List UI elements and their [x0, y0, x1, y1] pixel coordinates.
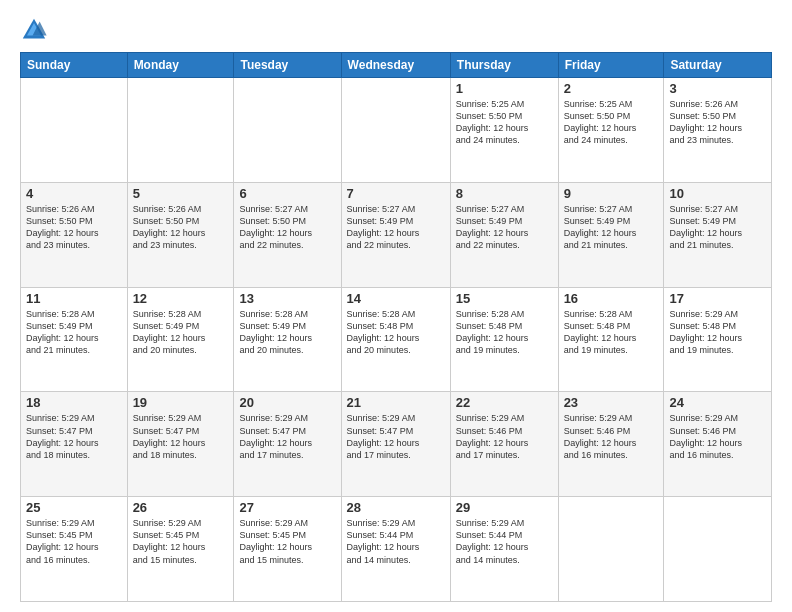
day-number: 21 — [347, 395, 445, 410]
day-number: 3 — [669, 81, 766, 96]
calendar-cell: 28Sunrise: 5:29 AM Sunset: 5:44 PM Dayli… — [341, 497, 450, 602]
day-number: 11 — [26, 291, 122, 306]
day-info: Sunrise: 5:27 AM Sunset: 5:50 PM Dayligh… — [239, 203, 335, 252]
calendar-cell — [234, 78, 341, 183]
page: SundayMondayTuesdayWednesdayThursdayFrid… — [0, 0, 792, 612]
calendar-cell: 19Sunrise: 5:29 AM Sunset: 5:47 PM Dayli… — [127, 392, 234, 497]
day-number: 19 — [133, 395, 229, 410]
day-number: 1 — [456, 81, 553, 96]
header-row: SundayMondayTuesdayWednesdayThursdayFrid… — [21, 53, 772, 78]
logo — [20, 16, 52, 44]
calendar-cell: 22Sunrise: 5:29 AM Sunset: 5:46 PM Dayli… — [450, 392, 558, 497]
calendar-cell: 5Sunrise: 5:26 AM Sunset: 5:50 PM Daylig… — [127, 182, 234, 287]
day-info: Sunrise: 5:27 AM Sunset: 5:49 PM Dayligh… — [669, 203, 766, 252]
calendar-cell: 3Sunrise: 5:26 AM Sunset: 5:50 PM Daylig… — [664, 78, 772, 183]
calendar-cell: 16Sunrise: 5:28 AM Sunset: 5:48 PM Dayli… — [558, 287, 664, 392]
day-info: Sunrise: 5:25 AM Sunset: 5:50 PM Dayligh… — [564, 98, 659, 147]
day-number: 4 — [26, 186, 122, 201]
day-number: 8 — [456, 186, 553, 201]
calendar-cell: 29Sunrise: 5:29 AM Sunset: 5:44 PM Dayli… — [450, 497, 558, 602]
day-number: 22 — [456, 395, 553, 410]
calendar-cell — [127, 78, 234, 183]
day-info: Sunrise: 5:29 AM Sunset: 5:47 PM Dayligh… — [239, 412, 335, 461]
calendar-cell: 9Sunrise: 5:27 AM Sunset: 5:49 PM Daylig… — [558, 182, 664, 287]
calendar-cell — [664, 497, 772, 602]
day-number: 9 — [564, 186, 659, 201]
day-header-saturday: Saturday — [664, 53, 772, 78]
calendar-cell: 21Sunrise: 5:29 AM Sunset: 5:47 PM Dayli… — [341, 392, 450, 497]
calendar-cell: 15Sunrise: 5:28 AM Sunset: 5:48 PM Dayli… — [450, 287, 558, 392]
day-number: 24 — [669, 395, 766, 410]
day-info: Sunrise: 5:28 AM Sunset: 5:48 PM Dayligh… — [456, 308, 553, 357]
day-number: 5 — [133, 186, 229, 201]
day-number: 2 — [564, 81, 659, 96]
day-number: 20 — [239, 395, 335, 410]
day-number: 25 — [26, 500, 122, 515]
calendar-cell: 10Sunrise: 5:27 AM Sunset: 5:49 PM Dayli… — [664, 182, 772, 287]
day-info: Sunrise: 5:29 AM Sunset: 5:44 PM Dayligh… — [456, 517, 553, 566]
day-info: Sunrise: 5:29 AM Sunset: 5:45 PM Dayligh… — [26, 517, 122, 566]
day-number: 16 — [564, 291, 659, 306]
calendar-cell: 27Sunrise: 5:29 AM Sunset: 5:45 PM Dayli… — [234, 497, 341, 602]
calendar-cell: 18Sunrise: 5:29 AM Sunset: 5:47 PM Dayli… — [21, 392, 128, 497]
day-header-tuesday: Tuesday — [234, 53, 341, 78]
calendar-cell: 4Sunrise: 5:26 AM Sunset: 5:50 PM Daylig… — [21, 182, 128, 287]
day-info: Sunrise: 5:29 AM Sunset: 5:47 PM Dayligh… — [347, 412, 445, 461]
day-info: Sunrise: 5:28 AM Sunset: 5:49 PM Dayligh… — [26, 308, 122, 357]
calendar-cell: 24Sunrise: 5:29 AM Sunset: 5:46 PM Dayli… — [664, 392, 772, 497]
calendar-cell: 13Sunrise: 5:28 AM Sunset: 5:49 PM Dayli… — [234, 287, 341, 392]
calendar-cell — [21, 78, 128, 183]
day-number: 28 — [347, 500, 445, 515]
logo-icon — [20, 16, 48, 44]
day-info: Sunrise: 5:26 AM Sunset: 5:50 PM Dayligh… — [669, 98, 766, 147]
calendar-cell: 17Sunrise: 5:29 AM Sunset: 5:48 PM Dayli… — [664, 287, 772, 392]
calendar-cell: 14Sunrise: 5:28 AM Sunset: 5:48 PM Dayli… — [341, 287, 450, 392]
day-header-friday: Friday — [558, 53, 664, 78]
day-info: Sunrise: 5:27 AM Sunset: 5:49 PM Dayligh… — [347, 203, 445, 252]
calendar-cell — [341, 78, 450, 183]
week-row-3: 11Sunrise: 5:28 AM Sunset: 5:49 PM Dayli… — [21, 287, 772, 392]
day-info: Sunrise: 5:29 AM Sunset: 5:47 PM Dayligh… — [133, 412, 229, 461]
calendar-cell: 8Sunrise: 5:27 AM Sunset: 5:49 PM Daylig… — [450, 182, 558, 287]
calendar-cell: 12Sunrise: 5:28 AM Sunset: 5:49 PM Dayli… — [127, 287, 234, 392]
day-number: 15 — [456, 291, 553, 306]
day-info: Sunrise: 5:26 AM Sunset: 5:50 PM Dayligh… — [133, 203, 229, 252]
day-info: Sunrise: 5:27 AM Sunset: 5:49 PM Dayligh… — [564, 203, 659, 252]
day-header-wednesday: Wednesday — [341, 53, 450, 78]
day-number: 13 — [239, 291, 335, 306]
day-number: 6 — [239, 186, 335, 201]
calendar-cell: 23Sunrise: 5:29 AM Sunset: 5:46 PM Dayli… — [558, 392, 664, 497]
day-info: Sunrise: 5:28 AM Sunset: 5:49 PM Dayligh… — [133, 308, 229, 357]
day-info: Sunrise: 5:28 AM Sunset: 5:48 PM Dayligh… — [347, 308, 445, 357]
day-header-monday: Monday — [127, 53, 234, 78]
day-number: 18 — [26, 395, 122, 410]
day-info: Sunrise: 5:29 AM Sunset: 5:47 PM Dayligh… — [26, 412, 122, 461]
day-info: Sunrise: 5:28 AM Sunset: 5:49 PM Dayligh… — [239, 308, 335, 357]
calendar-cell — [558, 497, 664, 602]
day-number: 14 — [347, 291, 445, 306]
day-number: 29 — [456, 500, 553, 515]
day-number: 27 — [239, 500, 335, 515]
day-info: Sunrise: 5:28 AM Sunset: 5:48 PM Dayligh… — [564, 308, 659, 357]
calendar-cell: 7Sunrise: 5:27 AM Sunset: 5:49 PM Daylig… — [341, 182, 450, 287]
calendar-cell: 6Sunrise: 5:27 AM Sunset: 5:50 PM Daylig… — [234, 182, 341, 287]
day-info: Sunrise: 5:26 AM Sunset: 5:50 PM Dayligh… — [26, 203, 122, 252]
calendar-cell: 20Sunrise: 5:29 AM Sunset: 5:47 PM Dayli… — [234, 392, 341, 497]
calendar-cell: 26Sunrise: 5:29 AM Sunset: 5:45 PM Dayli… — [127, 497, 234, 602]
day-number: 17 — [669, 291, 766, 306]
day-info: Sunrise: 5:29 AM Sunset: 5:45 PM Dayligh… — [239, 517, 335, 566]
day-number: 26 — [133, 500, 229, 515]
week-row-1: 1Sunrise: 5:25 AM Sunset: 5:50 PM Daylig… — [21, 78, 772, 183]
day-header-sunday: Sunday — [21, 53, 128, 78]
week-row-2: 4Sunrise: 5:26 AM Sunset: 5:50 PM Daylig… — [21, 182, 772, 287]
day-info: Sunrise: 5:27 AM Sunset: 5:49 PM Dayligh… — [456, 203, 553, 252]
day-info: Sunrise: 5:29 AM Sunset: 5:46 PM Dayligh… — [669, 412, 766, 461]
day-info: Sunrise: 5:29 AM Sunset: 5:44 PM Dayligh… — [347, 517, 445, 566]
day-header-thursday: Thursday — [450, 53, 558, 78]
day-number: 7 — [347, 186, 445, 201]
day-number: 23 — [564, 395, 659, 410]
week-row-5: 25Sunrise: 5:29 AM Sunset: 5:45 PM Dayli… — [21, 497, 772, 602]
day-info: Sunrise: 5:25 AM Sunset: 5:50 PM Dayligh… — [456, 98, 553, 147]
week-row-4: 18Sunrise: 5:29 AM Sunset: 5:47 PM Dayli… — [21, 392, 772, 497]
calendar-cell: 25Sunrise: 5:29 AM Sunset: 5:45 PM Dayli… — [21, 497, 128, 602]
